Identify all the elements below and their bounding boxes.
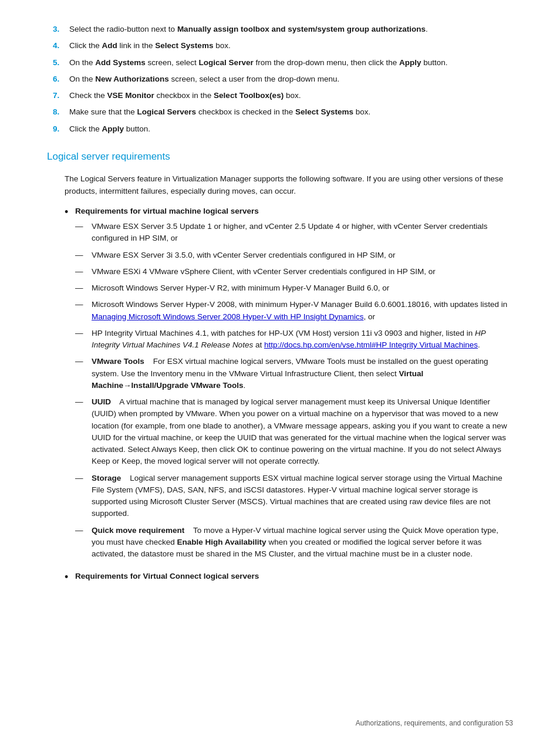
section-intro: The Logical Servers feature in Virtualiz…	[65, 173, 513, 197]
bullet-vm-req: • Requirements for virtual machine logic…	[65, 205, 513, 565]
step-8: 8. Make sure that the Logical Servers ch…	[47, 106, 513, 118]
bullet-dot-1: •	[65, 205, 75, 219]
step-5-content: On the Add Systems screen, select Logica…	[69, 57, 513, 69]
sub-item-vmware-tools: — VMware Tools For ESX virtual machine l…	[75, 356, 513, 391]
vm-sub-list: — VMware ESX Server 3.5 Update 1 or high…	[75, 221, 513, 560]
step-7: 7. Check the VSE Monitor checkbox in the…	[47, 90, 513, 102]
step-9: 9. Click the Apply button.	[47, 123, 513, 135]
step-4-num: 4.	[53, 40, 69, 52]
sub-item-3: — VMware ESXi 4 VMware vSphere Client, w…	[75, 266, 513, 278]
step-3-content: Select the radio-button next to Manually…	[69, 23, 513, 35]
bullet-vm-label: Requirements for virtual machine logical…	[75, 207, 259, 215]
section-heading: Logical server requirements	[47, 149, 513, 167]
footer-right: Authorizations, requirements, and config…	[356, 718, 513, 728]
step-7-content: Check the VSE Monitor checkbox in the Se…	[69, 90, 513, 102]
bullet-vc-label: Requirements for Virtual Connect logical…	[75, 572, 259, 580]
bullet-vc-req: • Requirements for Virtual Connect logic…	[65, 571, 513, 584]
sub-item-storage: — Storage Logical server management supp…	[75, 472, 513, 520]
step-7-num: 7.	[53, 90, 69, 102]
step-5-num: 5.	[53, 57, 69, 69]
step-8-num: 8.	[53, 106, 69, 118]
step-3-num: 3.	[53, 23, 69, 35]
sub-item-5: — Microsoft Windows Server Hyper-V 2008,…	[75, 299, 513, 323]
step-6: 6. On the New Authorizations screen, sel…	[47, 73, 513, 85]
numbered-steps: 3. Select the radio-button next to Manua…	[47, 23, 513, 135]
sub-item-2: — VMware ESX Server 3i 3.5.0, with vCent…	[75, 249, 513, 261]
sub-item-4: — Microsoft Windows Server Hyper-V R2, w…	[75, 282, 513, 294]
sub-item-1: — VMware ESX Server 3.5 Update 1 or high…	[75, 221, 513, 245]
step-9-num: 9.	[53, 123, 69, 135]
integrity-vm-link[interactable]: http://docs.hp.com/en/vse.html#HP Integr…	[264, 340, 478, 349]
hyper-v-link[interactable]: Managing Microsoft Windows Server 2008 H…	[92, 312, 363, 321]
bullet-vc-content: Requirements for Virtual Connect logical…	[75, 571, 513, 582]
step-5: 5. On the Add Systems screen, select Log…	[47, 57, 513, 69]
step-4-content: Click the Add link in the Select Systems…	[69, 40, 513, 52]
step-9-content: Click the Apply button.	[69, 123, 513, 135]
sub-item-quick-move: — Quick move requirement To move a Hyper…	[75, 525, 513, 561]
step-6-content: On the New Authorizations screen, select…	[69, 73, 513, 85]
sub-item-uuid: — UUID A virtual machine that is managed…	[75, 396, 513, 468]
bullet-vm-content: Requirements for virtual machine logical…	[75, 205, 513, 565]
bullet-list: • Requirements for virtual machine logic…	[65, 205, 513, 585]
bullet-dot-2: •	[65, 571, 75, 584]
step-4: 4. Click the Add link in the Select Syst…	[47, 40, 513, 52]
sub-item-6: — HP Integrity Virtual Machines 4.1, wit…	[75, 328, 513, 352]
page: 3. Select the radio-button next to Manua…	[0, 0, 560, 746]
step-8-content: Make sure that the Logical Servers check…	[69, 106, 513, 118]
step-6-num: 6.	[53, 73, 69, 85]
step-3: 3. Select the radio-button next to Manua…	[47, 23, 513, 35]
